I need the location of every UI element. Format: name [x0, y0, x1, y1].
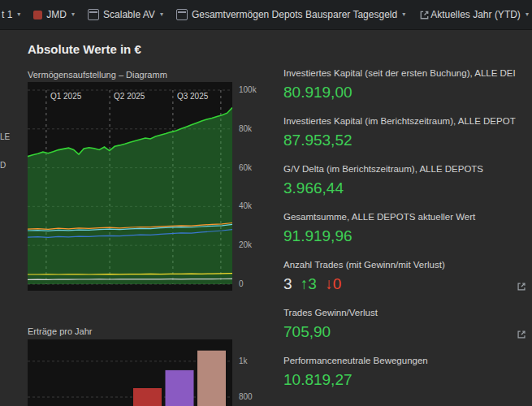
chevron-down-icon: ▾	[402, 11, 405, 18]
stat-row-trades: Anzahl Trades (mit Gewinn/mit Verlust) 3…	[283, 260, 532, 308]
y-axis-tick: 20k	[239, 240, 252, 249]
chevron-down-icon: ▾	[160, 11, 163, 18]
stat-label: Anzahl Trades (mit Gewinn/mit Verlust)	[283, 260, 532, 270]
variable-dropdown-jmd[interactable]: JMD ▾	[33, 9, 75, 20]
stat-row: G/V Delta (im Berichtszeitraum), ALLE DE…	[283, 164, 532, 212]
quarter-label: Q2 2025	[114, 92, 145, 101]
y-axis-tick: 0	[239, 279, 244, 288]
stat-value: 10.819,27	[283, 371, 532, 389]
bar-y-axis-labels: 1k800	[239, 339, 273, 406]
stat-row: Investiertes Kapital (im Berichtszeitrau…	[283, 116, 532, 164]
variable-dropdown-scalable-av[interactable]: Scalable AV ▾	[88, 9, 163, 20]
panel-icon	[88, 9, 99, 20]
stat-label: Gesamtsumme, ALLE DEPOTS aktueller Wert	[283, 212, 532, 222]
stat-label: Performanceneutrale Bewegungen	[283, 356, 532, 365]
y-axis-tick: 60k	[239, 163, 252, 172]
stat-row: Trades Gewinn/Verlust 705,90	[283, 308, 532, 356]
panel-arrow-icon	[418, 9, 430, 21]
stat-row: Investiertes Kapital (seit der ersten Bu…	[283, 68, 532, 116]
variable-label: JMD	[46, 9, 67, 20]
trades-losses: ↓0	[325, 275, 341, 292]
page-title: Absolute Werte in €	[28, 42, 141, 56]
stat-value: 3.966,44	[283, 179, 532, 197]
quarter-label: Q3 2025	[177, 92, 208, 101]
ertraege-chart[interactable]	[28, 339, 232, 406]
vermoegen-chart-svg	[28, 82, 232, 291]
topbar: t 1 ▾ JMD ▾ Scalable AV ▾ Gesamtvermögen…	[0, 0, 532, 30]
dashboard-screen: t 1 ▾ JMD ▾ Scalable AV ▾ Gesamtvermögen…	[0, 0, 532, 406]
time-range-picker[interactable]: Aktuelles Jahr (YTD) ▾	[430, 9, 529, 20]
vermoegen-chart-title: Vermögensaufstellung – Diagramm	[28, 70, 167, 80]
stat-value: 705,90	[283, 323, 532, 341]
open-panel-button[interactable]	[418, 9, 430, 21]
vermoegen-chart[interactable]: Q1 2025Q2 2025Q3 2025	[28, 82, 232, 291]
stat-value: 87.953,52	[283, 132, 532, 149]
stat-row: Performanceneutrale Bewegungen 10.819,27	[283, 356, 532, 404]
time-range-label: Aktuelles Jahr (YTD)	[430, 9, 521, 20]
y-axis-tick: 40k	[239, 201, 252, 210]
stat-label: G/V Delta (im Berichtszeitraum), ALLE DE…	[283, 164, 532, 174]
panel-icon	[176, 9, 188, 20]
external-link-icon[interactable]	[516, 281, 527, 292]
ertraege-chart-svg	[28, 339, 232, 406]
bar-y-axis-tick: 800	[239, 392, 253, 401]
bar-y-axis-tick: 1k	[239, 356, 248, 365]
chevron-down-icon: ▾	[71, 11, 75, 18]
stat-row: Gesamtsumme, ALLE DEPOTS aktueller Wert …	[283, 212, 532, 260]
variable-label: Gesamtvermögen Depots Bausparer Tagesgel…	[192, 9, 397, 20]
external-link-icon[interactable]	[516, 329, 527, 340]
trades-wins: ↑3	[301, 275, 317, 292]
variable-dropdown-gesamtvermoegen[interactable]: Gesamtvermögen Depots Bausparer Tagesgel…	[176, 9, 405, 20]
y-axis-labels: 100k80k60k40k20k0	[239, 82, 273, 291]
variable-label: Scalable AV	[103, 9, 155, 20]
stat-label: Trades Gewinn/Verlust	[283, 308, 532, 317]
stat-value: 80.919,00	[283, 84, 532, 102]
y-axis-tick: 80k	[239, 124, 252, 133]
quarter-label: Q1 2025	[50, 92, 81, 101]
report-dropdown-label: t 1	[2, 9, 12, 20]
ertraege-chart-title: Erträge pro Jahr	[28, 326, 92, 336]
chevron-down-icon: ▾	[17, 11, 20, 18]
red-square-icon	[33, 11, 42, 19]
stat-value: 3 ↑3 ↓0	[283, 275, 532, 293]
report-dropdown[interactable]: t 1 ▾	[2, 9, 20, 20]
stat-label: Investiertes Kapital (seit der ersten Bu…	[283, 68, 532, 78]
clipped-label: LE	[0, 132, 10, 141]
trades-total: 3	[283, 275, 292, 292]
stats-panel: Investiertes Kapital (seit der ersten Bu…	[283, 68, 532, 404]
y-axis-tick: 100k	[239, 85, 257, 94]
clipped-label: D	[0, 161, 6, 170]
chevron-down-icon: ▾	[526, 11, 529, 18]
stat-value: 91.919,96	[283, 227, 532, 245]
stat-label: Investiertes Kapital (im Berichtszeitrau…	[283, 116, 532, 126]
